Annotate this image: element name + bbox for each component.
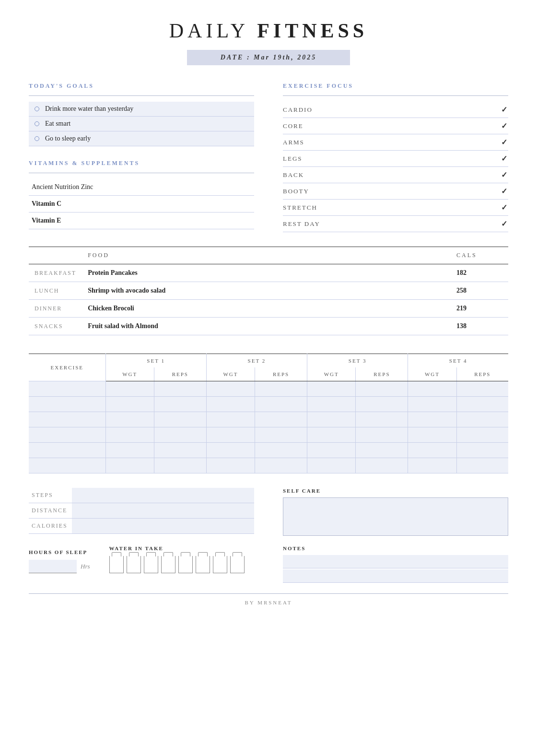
water-cup-5[interactable] xyxy=(178,556,193,573)
water-section: WATER IN TAKE xyxy=(109,545,245,573)
set-cell[interactable] xyxy=(206,412,255,427)
goals-list: Drink more water than yesterday Eat smar… xyxy=(29,102,254,146)
set-cell[interactable] xyxy=(105,427,154,443)
set-cell[interactable] xyxy=(255,458,307,473)
exercise-name[interactable] xyxy=(29,397,105,412)
set-cell[interactable] xyxy=(356,443,408,458)
water-cup-7[interactable] xyxy=(213,556,227,573)
set4-header: SET 4 xyxy=(408,354,508,368)
note-line-2[interactable] xyxy=(283,569,508,583)
top-two-col: TODAY'S GOALS Drink more water than yest… xyxy=(29,83,508,232)
set-cell[interactable] xyxy=(154,458,206,473)
set-cell[interactable] xyxy=(456,427,508,443)
table-row xyxy=(29,381,508,397)
set-cell[interactable] xyxy=(356,412,408,427)
set-cell[interactable] xyxy=(255,397,307,412)
set-cell[interactable] xyxy=(255,443,307,458)
set-cell[interactable] xyxy=(154,397,206,412)
metric-value[interactable] xyxy=(72,488,254,503)
list-item: BOOTY ✓ xyxy=(283,183,508,200)
set-cell[interactable] xyxy=(206,443,255,458)
wgt-header: WGT xyxy=(307,367,356,381)
set-cell[interactable] xyxy=(307,427,356,443)
sleep-input[interactable] xyxy=(29,560,77,573)
set-cell[interactable] xyxy=(456,397,508,412)
water-cup-6[interactable] xyxy=(196,556,210,573)
set1-header: SET 1 xyxy=(105,354,206,368)
set-cell[interactable] xyxy=(105,443,154,458)
goal-circle-icon xyxy=(35,136,39,141)
set-cell[interactable] xyxy=(154,427,206,443)
water-cup-8[interactable] xyxy=(230,556,245,573)
set-cell[interactable] xyxy=(307,381,356,397)
metric-value[interactable] xyxy=(72,503,254,519)
water-cup-4[interactable] xyxy=(161,556,175,573)
check-icon: ✓ xyxy=(501,138,508,147)
set-cell[interactable] xyxy=(408,443,456,458)
set-cell[interactable] xyxy=(105,412,154,427)
goal-text: Drink more water than yesterday xyxy=(45,105,133,113)
exercise-section: EXERCISE SET 1 SET 2 SET 3 SET 4 WGT REP… xyxy=(29,354,508,473)
water-cup-1[interactable] xyxy=(109,556,124,573)
exercise-name[interactable] xyxy=(29,427,105,443)
exercise-name[interactable] xyxy=(29,443,105,458)
set-cell[interactable] xyxy=(307,443,356,458)
page-header: DAILY FITNESS DATE : Mar 19th, 2025 xyxy=(29,19,508,65)
set-cell[interactable] xyxy=(105,397,154,412)
set-cell[interactable] xyxy=(408,412,456,427)
set-cell[interactable] xyxy=(154,381,206,397)
set-cell[interactable] xyxy=(255,427,307,443)
set-cell[interactable] xyxy=(206,458,255,473)
set-cell[interactable] xyxy=(356,427,408,443)
focus-label: REST DAY xyxy=(283,220,320,228)
food-name: Shrimp with avocado salad xyxy=(82,282,451,300)
water-cups xyxy=(109,556,245,573)
meal-label: LUNCH xyxy=(29,282,82,300)
metrics-table: STEPS DISTANCE CALORIES xyxy=(29,488,254,534)
set-cell[interactable] xyxy=(456,458,508,473)
set-cell[interactable] xyxy=(154,412,206,427)
set-cell[interactable] xyxy=(408,458,456,473)
set-cell[interactable] xyxy=(105,458,154,473)
set-cell[interactable] xyxy=(408,427,456,443)
food-table-footer xyxy=(29,335,508,340)
set3-header: SET 3 xyxy=(307,354,408,368)
focus-label: CORE xyxy=(283,122,304,130)
set-cell[interactable] xyxy=(456,381,508,397)
set-cell[interactable] xyxy=(206,397,255,412)
set-cell[interactable] xyxy=(456,412,508,427)
set-cell[interactable] xyxy=(456,443,508,458)
list-item: STRETCH ✓ xyxy=(283,200,508,216)
set-cell[interactable] xyxy=(307,458,356,473)
set-cell[interactable] xyxy=(255,381,307,397)
focus-label: STRETCH xyxy=(283,204,317,212)
notes-lines xyxy=(283,555,508,583)
metric-value[interactable] xyxy=(72,519,254,534)
title-bold: FITNESS xyxy=(257,20,368,42)
set-cell[interactable] xyxy=(408,381,456,397)
goal-text: Eat smart xyxy=(45,120,70,128)
set-cell[interactable] xyxy=(206,427,255,443)
exercise-name[interactable] xyxy=(29,412,105,427)
list-item: Vitamin E xyxy=(29,213,254,229)
reps-header: REPS xyxy=(356,367,408,381)
set-cell[interactable] xyxy=(105,381,154,397)
set-cell[interactable] xyxy=(356,381,408,397)
set-cell[interactable] xyxy=(307,397,356,412)
water-cup-2[interactable] xyxy=(127,556,141,573)
note-line-1[interactable] xyxy=(283,555,508,568)
set-cell[interactable] xyxy=(408,397,456,412)
set-cell[interactable] xyxy=(356,397,408,412)
exercise-name[interactable] xyxy=(29,381,105,397)
food-name: Protein Pancakes xyxy=(82,264,451,282)
set-cell[interactable] xyxy=(307,412,356,427)
set-cell[interactable] xyxy=(356,458,408,473)
page-title: DAILY FITNESS xyxy=(29,19,508,42)
exercise-name[interactable] xyxy=(29,458,105,473)
set-cell[interactable] xyxy=(255,412,307,427)
self-care-input[interactable] xyxy=(283,497,508,536)
focus-label: ARMS xyxy=(283,139,304,146)
set-cell[interactable] xyxy=(206,381,255,397)
set-cell[interactable] xyxy=(154,443,206,458)
water-cup-3[interactable] xyxy=(144,556,158,573)
